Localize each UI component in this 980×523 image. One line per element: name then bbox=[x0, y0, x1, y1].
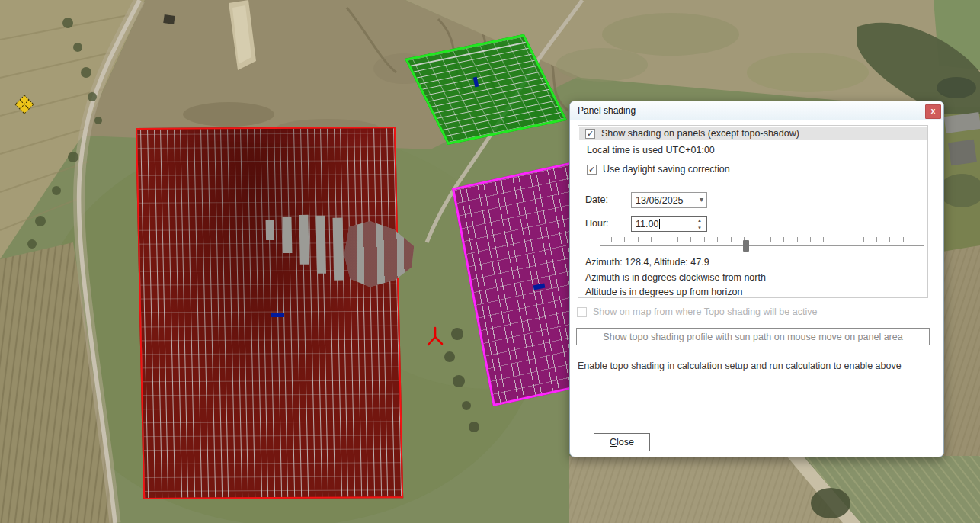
slider-ticks bbox=[611, 237, 916, 242]
dialog-titlebar[interactable]: Panel shading x bbox=[570, 101, 943, 120]
close-button[interactable]: Close bbox=[594, 433, 650, 451]
topo-map-row: Show on map from where Topo shading will… bbox=[577, 306, 817, 317]
west-panel-area[interactable] bbox=[136, 127, 403, 499]
daylight-label: Use daylight saving correction bbox=[603, 164, 730, 175]
chevron-down-icon[interactable]: ▾ bbox=[700, 195, 703, 204]
topo-shadow-stripe bbox=[299, 215, 309, 265]
topo-profile-button[interactable]: Show topo shading profile with sun path … bbox=[576, 328, 930, 345]
local-time-text: Local time is used UTC+01:00 bbox=[587, 145, 715, 156]
close-label-accel: C bbox=[610, 437, 617, 448]
topo-map-checkbox[interactable] bbox=[577, 307, 587, 317]
check-icon: ✓ bbox=[588, 165, 595, 174]
hour-label: Hour: bbox=[585, 218, 609, 229]
west-area-center-marker[interactable] bbox=[271, 313, 284, 317]
topo-shadow-stripe bbox=[315, 216, 326, 274]
hour-spinner[interactable]: ▲ ▼ bbox=[695, 217, 704, 231]
show-shading-row[interactable]: ✓ Show shading on panels (except topo-sh… bbox=[579, 127, 927, 140]
topo-shadow-stripe bbox=[266, 220, 275, 240]
spin-down-icon[interactable]: ▼ bbox=[697, 225, 702, 231]
date-dropdown[interactable]: 13/06/2025 ▾ bbox=[631, 192, 707, 208]
map-canvas[interactable]: Panel shading x ✓ Show shading on panels… bbox=[0, 0, 980, 523]
date-value: 13/06/2025 bbox=[636, 195, 684, 206]
daylight-checkbox[interactable]: ✓ bbox=[587, 165, 597, 175]
hour-value: 11.00 bbox=[636, 219, 658, 229]
hour-input[interactable]: 11.00 ▲ ▼ bbox=[631, 216, 707, 232]
topo-shadow-stripe bbox=[282, 217, 292, 253]
topo-shadow-stripe bbox=[332, 218, 344, 281]
slider-track bbox=[600, 245, 924, 246]
panel-shading-dialog: Panel shading x ✓ Show shading on panels… bbox=[569, 101, 944, 457]
show-shading-label: Show shading on panels (except topo-shad… bbox=[601, 128, 799, 139]
text-caret bbox=[659, 219, 660, 229]
sun-position-text: Azimuth: 128.4, Altitude: 47.9 bbox=[585, 257, 709, 268]
close-icon[interactable]: x bbox=[925, 104, 941, 119]
farm-building bbox=[948, 140, 977, 165]
slider-handle[interactable] bbox=[743, 240, 749, 252]
daylight-row[interactable]: ✓ Use daylight saving correction bbox=[587, 164, 730, 175]
enable-topo-note: Enable topo shading in calculation setup… bbox=[578, 361, 902, 371]
topo-map-label: Show on map from where Topo shading will… bbox=[593, 306, 817, 317]
azimuth-note: Azimuth is in degrees clockwise from nor… bbox=[585, 272, 766, 283]
dialog-title: Panel shading bbox=[578, 105, 636, 116]
show-shading-checkbox[interactable]: ✓ bbox=[585, 129, 595, 139]
hour-slider[interactable] bbox=[600, 237, 924, 254]
date-label: Date: bbox=[585, 194, 608, 205]
close-label-rest: lose bbox=[617, 437, 634, 448]
shading-settings-group: ✓ Show shading on panels (except topo-sh… bbox=[578, 125, 928, 298]
altitude-note: Altitude is in degrees up from horizon bbox=[585, 287, 742, 297]
check-icon: ✓ bbox=[587, 129, 594, 138]
spin-up-icon[interactable]: ▲ bbox=[697, 217, 702, 223]
